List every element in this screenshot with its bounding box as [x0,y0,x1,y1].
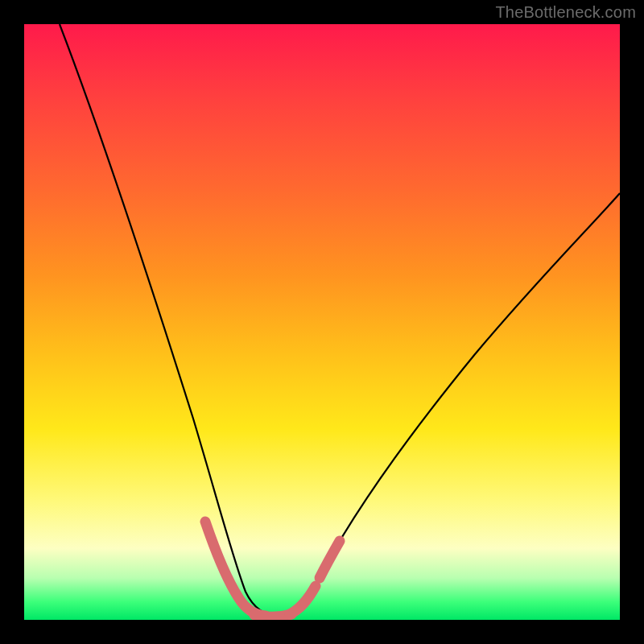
optimal-zone-marker-right-high [320,541,340,578]
chart-svg [24,24,620,620]
optimal-zone-marker-left [205,522,266,616]
plot-area [24,24,620,620]
optimal-zone-marker-right-low [290,586,316,614]
chart-frame: TheBottleneck.com [0,0,644,644]
bottleneck-curve-line [60,24,620,616]
watermark-text: TheBottleneck.com [495,3,636,22]
